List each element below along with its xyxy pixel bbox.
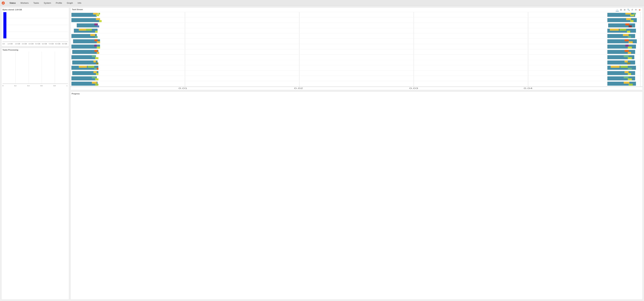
svg-rect-90 <box>95 78 98 80</box>
svg-text:0.2: 0.2 <box>14 85 16 87</box>
svg-rect-59 <box>79 29 86 31</box>
svg-rect-134 <box>624 76 628 78</box>
svg-rect-109 <box>623 34 628 36</box>
svg-rect-84 <box>97 68 98 70</box>
bytes-stored-section: Bytes stored: 1.64 GB 0.0 1.0 Gi <box>1 7 69 46</box>
svg-rect-95 <box>626 13 631 14</box>
svg-text:2.0 GiB: 2.0 GiB <box>15 43 20 45</box>
svg-rect-125 <box>627 62 630 65</box>
svg-rect-49 <box>93 13 98 14</box>
svg-rect-132 <box>628 73 631 75</box>
svg-rect-96 <box>630 14 634 16</box>
svg-rect-78 <box>94 60 96 62</box>
app-logo <box>1 1 5 5</box>
svg-rect-79 <box>96 62 98 65</box>
svg-rect-137 <box>624 82 630 84</box>
save-icon[interactable]: ✉ <box>634 8 638 11</box>
svg-text:0.8: 0.8 <box>54 85 56 87</box>
box-zoom-icon[interactable]: ⊞ <box>620 8 622 11</box>
svg-rect-51 <box>98 13 100 14</box>
left-panel: Bytes stored: 1.64 GB 0.0 1.0 Gi <box>1 7 69 300</box>
nav-info[interactable]: Info <box>75 1 84 5</box>
svg-rect-92 <box>92 82 97 84</box>
svg-text:5.0 GiB: 5.0 GiB <box>35 43 40 45</box>
svg-rect-52 <box>72 18 99 22</box>
svg-text:0.01: 0.01 <box>178 87 188 89</box>
svg-text:0: 0 <box>2 85 4 87</box>
nav-system[interactable]: System <box>41 1 53 5</box>
svg-rect-138 <box>628 84 633 86</box>
svg-rect-129 <box>628 68 632 70</box>
progress-section: Progress <box>70 91 643 300</box>
nav-graph[interactable]: Graph <box>64 1 75 5</box>
svg-text:4.0 GiB: 4.0 GiB <box>28 43 34 45</box>
svg-rect-131 <box>624 71 628 73</box>
svg-text:1.0 GiB: 1.0 GiB <box>8 43 13 45</box>
svg-rect-76 <box>95 57 98 59</box>
svg-rect-115 <box>626 45 628 47</box>
task-stream-section: Task Stream ↔ ⊞ ⊕ 🔍 ↺ ✉ ◉ <box>70 7 643 90</box>
svg-rect-5 <box>4 12 6 38</box>
svg-rect-6 <box>4 36 4 38</box>
task-stream-title: Task Stream <box>72 8 83 10</box>
svg-rect-67 <box>97 41 100 43</box>
svg-rect-119 <box>628 52 631 54</box>
svg-text:0.04: 0.04 <box>524 87 532 89</box>
svg-rect-69 <box>94 45 97 47</box>
nav-tasks[interactable]: Tasks <box>31 1 41 5</box>
svg-text:0.0: 0.0 <box>2 43 4 45</box>
task-stream-plot: 0.01 0.02 0.03 0.04 <box>70 12 642 90</box>
svg-text:8.0 GiB: 8.0 GiB <box>55 43 60 45</box>
nav-status[interactable]: Status <box>7 1 18 5</box>
svg-rect-97 <box>634 13 636 14</box>
svg-rect-73 <box>97 52 99 54</box>
svg-rect-61 <box>95 31 98 33</box>
reset-icon[interactable]: ↺ <box>631 8 634 11</box>
svg-rect-105 <box>610 29 619 31</box>
svg-text:9.0 GiB: 9.0 GiB <box>62 43 67 45</box>
svg-text:1: 1 <box>66 85 68 87</box>
svg-rect-127 <box>611 66 620 68</box>
toolbar-icons: ↔ ⊞ ⊕ 🔍 ↺ ✉ ◉ <box>616 8 641 11</box>
svg-rect-113 <box>628 41 633 43</box>
svg-rect-99 <box>626 18 631 20</box>
svg-text:0.03: 0.03 <box>409 87 418 89</box>
pan-tool-icon[interactable]: ↔ <box>616 8 619 11</box>
svg-rect-57 <box>97 25 99 27</box>
svg-rect-89 <box>92 76 96 78</box>
svg-rect-63 <box>90 34 95 36</box>
wheel-zoom-icon[interactable]: ⊕ <box>623 8 626 11</box>
nav-profile[interactable]: Profile <box>54 1 64 5</box>
navbar: Status Workers Tasks System Profile Grap… <box>0 0 644 6</box>
svg-rect-102 <box>626 23 630 25</box>
tasks-processing-title: Tasks Processing <box>2 49 68 51</box>
svg-text:6.0 GiB: 6.0 GiB <box>42 43 47 45</box>
tasks-processing-chart: 0 0.2 0.4 0.6 0.8 1 <box>2 51 68 89</box>
svg-rect-50 <box>96 14 99 16</box>
svg-rect-112 <box>624 39 628 41</box>
svg-rect-118 <box>624 50 628 52</box>
svg-text:0.6: 0.6 <box>40 85 42 87</box>
svg-rect-116 <box>628 47 632 49</box>
svg-rect-87 <box>96 73 98 75</box>
svg-rect-48 <box>72 13 97 17</box>
svg-rect-81 <box>79 66 87 68</box>
svg-rect-93 <box>95 84 98 86</box>
main-content: Bytes stored: 1.64 GB 0.0 1.0 Gi <box>0 6 644 301</box>
svg-rect-53 <box>96 18 100 20</box>
bytes-stored-chart: 0.0 1.0 GiB 2.0 GiB 3.0 GiB 4.0 GiB 5.0 … <box>2 11 68 45</box>
nav-workers[interactable]: Workers <box>18 1 31 5</box>
svg-text:0.02: 0.02 <box>294 87 303 89</box>
settings-icon[interactable]: ◉ <box>638 8 641 11</box>
svg-rect-122 <box>628 57 632 59</box>
zoom-in-icon[interactable]: 🔍 <box>627 8 630 11</box>
svg-rect-123 <box>607 60 635 64</box>
svg-rect-82 <box>88 66 94 68</box>
svg-rect-121 <box>624 55 628 57</box>
svg-rect-135 <box>628 78 632 80</box>
progress-title: Progress <box>72 93 642 95</box>
svg-text:7.0 GiB: 7.0 GiB <box>48 43 54 45</box>
svg-rect-106 <box>620 29 626 31</box>
svg-rect-72 <box>94 50 98 52</box>
bytes-stored-title: Bytes stored: 1.64 GB <box>2 9 68 11</box>
